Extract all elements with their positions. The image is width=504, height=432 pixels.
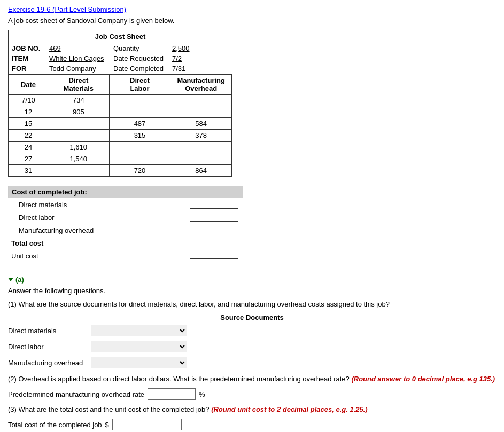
part-a-header: (a): [8, 276, 496, 284]
job-no-label: JOB NO.: [9, 43, 46, 53]
for-label: FOR: [9, 64, 46, 74]
source-row-label: Direct materials: [8, 327, 91, 335]
unit-cost-row: Unit cost: [8, 249, 243, 262]
table-row: 22315378: [9, 130, 232, 142]
source-row-label: Direct labor: [8, 343, 91, 351]
total-cost-input-row: Total cost of the completed job $: [8, 419, 496, 430]
cost-header: Cost of completed job:: [8, 186, 243, 198]
section-divider: [8, 270, 496, 270]
table-row: 271,540: [9, 153, 232, 165]
total-cost-line: [190, 239, 238, 247]
percent-sign: %: [199, 390, 205, 398]
date-requested-value: 7/2: [169, 53, 232, 64]
col-mfg-overhead: ManufacturingOverhead: [170, 75, 232, 95]
total-cost-input[interactable]: [112, 419, 182, 430]
table-row: 12905: [9, 106, 232, 118]
table-row: 241,610: [9, 142, 232, 153]
cost-item-label: Direct materials: [19, 201, 67, 209]
q2-highlight: (Round answer to 0 decimal place, e.g 13…: [351, 375, 495, 383]
cost-item-line: [190, 226, 238, 234]
source-row: Direct labor: [8, 341, 496, 352]
total-cost-label: Total cost: [11, 239, 43, 247]
cost-item-row: Manufacturing overhead: [8, 224, 243, 237]
date-completed-value: 7/31: [169, 64, 232, 74]
q2-text: (2) Overhead is applied based on direct …: [8, 375, 496, 383]
job-cost-title: Job Cost Sheet: [9, 30, 232, 43]
source-row-label: Manufacturing overhead: [8, 359, 91, 367]
col-direct-labor: DirectLabor: [109, 75, 170, 95]
quantity-value: 2,500: [169, 43, 232, 53]
cost-item-label: Manufacturing overhead: [19, 226, 94, 234]
unit-cost-line: [190, 252, 238, 260]
cost-item-line: [190, 213, 238, 222]
q1-text: (1) What are the source documents for di…: [8, 300, 496, 308]
total-cost-section: Total cost of the completed job $ Unit c…: [8, 419, 496, 432]
source-select[interactable]: [91, 357, 187, 368]
table-row: 15487584: [9, 118, 232, 130]
date-completed-label: Date Completed: [110, 64, 169, 74]
cost-item-row: Direct labor: [8, 211, 243, 224]
date-requested-label: Date Requested: [110, 53, 169, 64]
cost-item-label: Direct labor: [19, 214, 54, 222]
cost-item-line: [190, 200, 238, 209]
source-select[interactable]: [91, 325, 187, 336]
part-a-section: (a) Answer the following questions. (1) …: [8, 276, 496, 432]
cost-item-row: Direct materials: [8, 198, 243, 211]
source-row: Manufacturing overhead: [8, 357, 496, 368]
source-select[interactable]: [91, 341, 187, 352]
for-value: Todd Company: [46, 64, 110, 74]
table-row: 7/10734: [9, 95, 232, 106]
cost-completed-section: Cost of completed job: Direct materials …: [8, 186, 243, 262]
col-direct-materials: DirectMaterials: [48, 75, 109, 95]
job-no-value: 469: [46, 43, 110, 53]
overhead-rate-label: Predetermined manufacturing overhead rat…: [8, 390, 144, 398]
source-row: Direct materials: [8, 325, 496, 336]
quantity-label: Quantity: [110, 43, 169, 53]
unit-cost-label: Unit cost: [11, 252, 38, 260]
overhead-rate-row: Predetermined manufacturing overhead rat…: [8, 388, 496, 400]
q3-highlight: (Round unit cost to 2 decimal places, e.…: [211, 405, 368, 413]
overhead-rate-input[interactable]: [148, 388, 196, 400]
item-label: ITEM: [9, 53, 46, 64]
exercise-title: Exercise 19-6 (Part Level Submission): [8, 5, 496, 13]
total-cost-input-label: Total cost of the completed job: [8, 421, 102, 429]
item-value: White Lion Cages: [46, 53, 110, 64]
total-dollar-sign: $: [105, 421, 109, 429]
total-cost-row: Total cost: [8, 237, 243, 249]
intro-text: A job cost sheet of Sandoval Company is …: [8, 17, 496, 25]
q3-text: (3) What are the total cost and the unit…: [8, 405, 496, 413]
cost-data-table: Date DirectMaterials DirectLabor Manufac…: [9, 74, 232, 177]
table-row: 31720864: [9, 165, 232, 177]
job-cost-sheet: Job Cost Sheet JOB NO. 469 Quantity 2,50…: [8, 30, 232, 177]
triangle-icon: [8, 278, 13, 281]
source-docs-title: Source Documents: [8, 313, 496, 321]
col-date: Date: [9, 75, 48, 95]
part-a-instruction: Answer the following questions.: [8, 287, 496, 295]
